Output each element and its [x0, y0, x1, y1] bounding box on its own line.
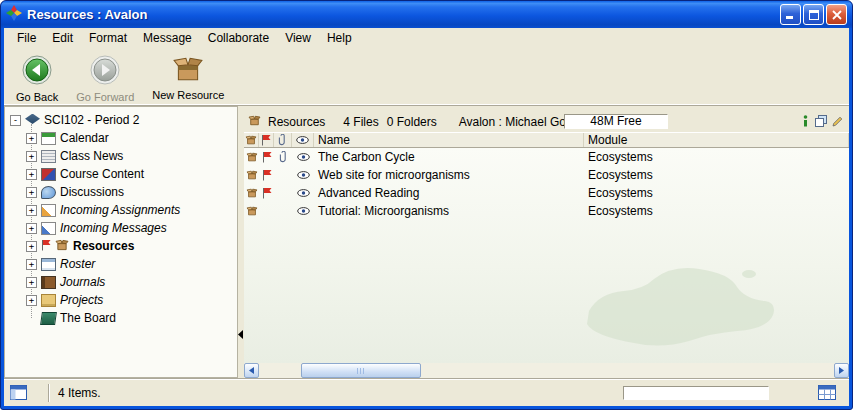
tree-item-resources[interactable]: Resources	[26, 237, 237, 255]
expand-icon[interactable]	[26, 277, 37, 288]
tree-item-label: Incoming Assignments	[60, 203, 180, 217]
free-space-indicator: 48M Free	[564, 114, 668, 129]
eye-icon[interactable]	[292, 166, 314, 184]
column-flag-icon[interactable]	[259, 133, 274, 147]
expand-icon[interactable]	[26, 169, 37, 180]
menu-format[interactable]: Format	[81, 29, 135, 47]
panel-title: Resources	[268, 115, 325, 129]
menu-bar: File Edit Format Message Collaborate Vie…	[4, 28, 849, 48]
minimize-button[interactable]	[780, 4, 801, 25]
status-field	[623, 386, 769, 400]
expand-icon[interactable]	[26, 259, 37, 270]
stacked-windows-icon[interactable]	[815, 115, 827, 130]
menu-message[interactable]: Message	[135, 29, 200, 47]
tree-item-the-board[interactable]: The Board	[26, 309, 237, 327]
new-resource-button[interactable]: New Resource	[146, 53, 230, 103]
scrollbar-thumb[interactable]	[301, 363, 421, 378]
menu-collaborate[interactable]: Collaborate	[200, 29, 277, 47]
resource-box-icon	[55, 239, 69, 254]
tree-root[interactable]: SCI102 - Period 2	[10, 111, 237, 129]
folder-icon	[41, 294, 56, 307]
flag-icon	[259, 184, 274, 202]
column-name[interactable]: Name	[314, 133, 584, 147]
tree-root-label: SCI102 - Period 2	[44, 113, 139, 127]
maximize-button[interactable]	[803, 4, 824, 25]
resource-row[interactable]: The Carbon Cycle Ecosystems	[244, 148, 849, 166]
menu-file[interactable]: File	[9, 29, 44, 47]
grid-view-icon[interactable]	[818, 385, 836, 403]
course-content-icon	[41, 168, 56, 181]
expand-icon[interactable]	[26, 187, 37, 198]
resource-row[interactable]: Web site for microorganisms Ecosystems	[244, 166, 849, 184]
resource-box-icon	[244, 184, 259, 202]
tree-item-course-content[interactable]: Course Content	[26, 165, 237, 183]
menu-help[interactable]: Help	[319, 29, 360, 47]
tree-item-incoming-messages[interactable]: Incoming Messages	[26, 219, 237, 237]
course-tree: SCI102 - Period 2 Calendar Class News	[4, 106, 238, 378]
info-icon[interactable]	[801, 115, 810, 130]
expand-icon[interactable]	[26, 205, 37, 216]
expand-icon[interactable]	[26, 241, 37, 252]
resource-box-icon	[244, 166, 259, 184]
close-button[interactable]	[826, 4, 847, 25]
calendar-icon	[41, 132, 56, 145]
menu-view[interactable]: View	[277, 29, 319, 47]
tree-item-label: Class News	[60, 149, 123, 163]
go-back-button[interactable]: Go Back	[10, 53, 64, 105]
window-layout-icon[interactable]	[10, 385, 27, 403]
tree-item-journals[interactable]: Journals	[26, 273, 237, 291]
tree-item-projects[interactable]: Projects	[26, 291, 237, 309]
resource-module: Ecosystems	[584, 184, 849, 202]
tree-item-discussions[interactable]: Discussions	[26, 183, 237, 201]
edit-icon[interactable]	[832, 116, 843, 130]
tree-item-roster[interactable]: Roster	[26, 255, 237, 273]
resource-name[interactable]: Advanced Reading	[314, 184, 584, 202]
items-count: 4 Items.	[58, 386, 101, 400]
column-item-icon[interactable]	[244, 133, 259, 147]
menu-edit[interactable]: Edit	[44, 29, 81, 47]
column-viewed-icon[interactable]	[292, 133, 314, 147]
newspaper-icon	[41, 150, 56, 163]
tree-item-label: Projects	[60, 293, 103, 307]
resource-module: Ecosystems	[584, 202, 849, 220]
messages-icon	[41, 222, 56, 235]
resource-row[interactable]: Tutorial: Microorganisms Ecosystems	[244, 202, 849, 220]
tree-item-calendar[interactable]: Calendar	[26, 129, 237, 147]
discussions-icon	[41, 186, 56, 199]
collapse-icon[interactable]	[10, 115, 21, 126]
resource-name[interactable]: The Carbon Cycle	[314, 148, 584, 166]
scrollbar-track[interactable]	[259, 363, 834, 378]
horizontal-scrollbar[interactable]	[244, 363, 849, 378]
eye-icon[interactable]	[292, 184, 314, 202]
tree-item-class-news[interactable]: Class News	[26, 147, 237, 165]
roster-icon	[41, 258, 56, 271]
tree-item-label: Discussions	[60, 185, 124, 199]
go-forward-button[interactable]: Go Forward	[70, 53, 140, 105]
tree-item-label: Roster	[60, 257, 95, 271]
resource-name[interactable]: Web site for microorganisms	[314, 166, 584, 184]
map-watermark	[569, 256, 779, 359]
tree-item-incoming-assignments[interactable]: Incoming Assignments	[26, 201, 237, 219]
flag-icon	[259, 166, 274, 184]
resource-row[interactable]: Advanced Reading Ecosystems	[244, 184, 849, 202]
resource-name[interactable]: Tutorial: Microorganisms	[314, 202, 584, 220]
column-module[interactable]: Module	[584, 133, 849, 147]
scroll-right-icon[interactable]	[834, 363, 849, 378]
tree-item-label: Course Content	[60, 167, 144, 181]
resource-box-icon	[244, 202, 259, 220]
status-bar: 4 Items.	[4, 378, 849, 406]
tree-item-label: The Board	[60, 311, 116, 325]
expand-icon[interactable]	[26, 133, 37, 144]
app-icon	[6, 5, 22, 24]
expand-icon[interactable]	[26, 223, 37, 234]
eye-icon[interactable]	[292, 148, 314, 166]
expand-icon[interactable]	[26, 151, 37, 162]
resource-module: Ecosystems	[584, 166, 849, 184]
window-title: Resources : Avalon	[27, 7, 780, 22]
eye-icon[interactable]	[292, 202, 314, 220]
app-window: Resources : Avalon File Edit Format Mess…	[0, 0, 853, 410]
column-attachment-icon[interactable]	[274, 133, 292, 147]
scroll-left-icon[interactable]	[244, 363, 259, 378]
toolbar: Go Back Go Forward	[4, 48, 849, 106]
expand-icon[interactable]	[26, 295, 37, 306]
